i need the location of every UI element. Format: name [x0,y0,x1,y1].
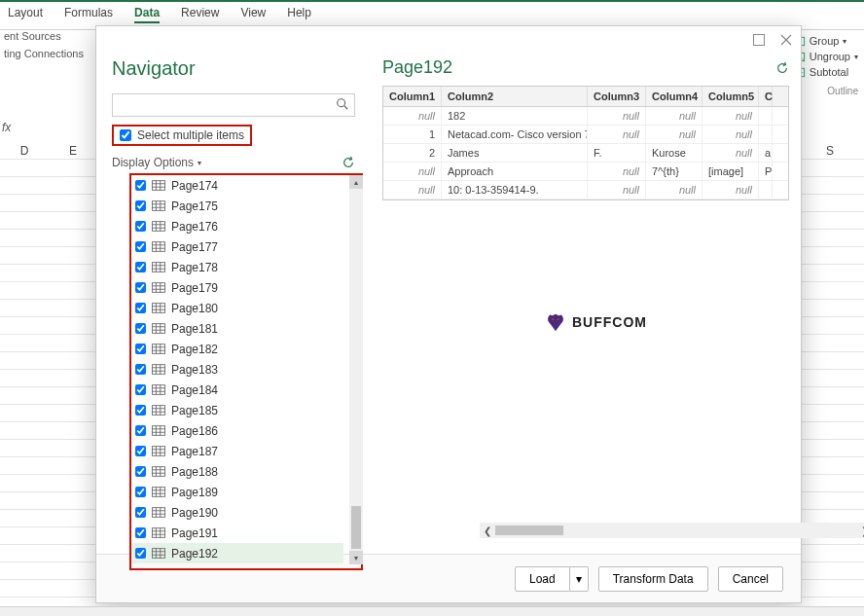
transform-data-button[interactable]: Transform Data [598,566,708,592]
navigator-tree[interactable]: Page174Page175Page176Page177Page178Page1… [131,175,343,564]
svg-rect-35 [152,283,164,293]
navigator-title: Navigator [112,57,369,80]
close-icon[interactable] [779,33,793,47]
svg-rect-20 [152,222,164,232]
search-input[interactable] [112,93,355,117]
svg-rect-5 [754,35,765,46]
maximize-icon[interactable] [752,33,766,47]
navigator-dialog: Navigator Select multiple items Display … [95,25,802,603]
svg-rect-45 [152,324,164,334]
table-row: 1Netacad.com- Cisco version 7nullnullnul… [383,126,788,144]
tree-scrollbar[interactable]: ▴ ▾ [349,175,363,564]
tree-item[interactable]: Page175 [131,196,343,216]
tree-item[interactable]: Page191 [131,523,343,543]
table-icon [152,323,165,334]
load-dropdown[interactable]: ▾ [570,566,589,592]
outline-label: Outline [827,86,858,96]
tab-data[interactable]: Data [134,6,160,23]
svg-rect-70 [152,426,164,436]
svg-rect-95 [152,528,164,538]
preview-refresh-icon[interactable] [775,61,789,75]
table-icon [152,221,165,232]
table-row: nullApproachnull7^{th}[image]P [383,163,788,181]
table-icon [152,405,165,416]
table-icon [152,262,165,272]
table-row: null10: 0-13-359414-9.nullnullnull [383,181,788,199]
table-icon [152,241,165,252]
tree-item[interactable]: Page187 [131,441,343,461]
col-header[interactable]: Column1 [383,87,442,106]
tree-item[interactable]: Page185 [131,400,343,420]
search-icon[interactable] [336,97,349,111]
tree-item[interactable]: Page176 [131,216,343,236]
col-header[interactable]: Column4 [646,87,702,106]
display-options-dropdown[interactable]: Display Options ▾ [112,156,201,169]
svg-rect-60 [152,385,164,395]
table-icon [152,364,165,375]
svg-rect-80 [152,467,164,477]
tree-item[interactable]: Page179 [131,277,343,298]
preview-table: Column1 Column2 Column3 Column4 Column5 … [382,86,789,200]
tree-item[interactable]: Page192 [131,543,343,563]
table-icon [152,180,165,191]
table-icon [152,425,165,436]
tree-item[interactable]: Page190 [131,502,343,523]
svg-point-8 [338,99,345,107]
svg-point-106 [558,318,559,320]
table-icon [152,507,165,518]
tree-item[interactable]: Page183 [131,359,343,380]
svg-rect-40 [152,304,164,313]
table-icon [152,303,165,313]
tab-help[interactable]: Help [287,6,311,23]
col-header[interactable]: Column3 [588,87,646,106]
svg-rect-15 [152,201,164,211]
table-icon [152,200,165,211]
tree-item[interactable]: Page184 [131,380,343,400]
svg-rect-90 [152,508,164,518]
formula-bar-fx[interactable]: fx [2,121,11,134]
tree-item[interactable]: Page181 [131,318,343,339]
svg-rect-75 [152,447,164,456]
svg-rect-100 [152,549,164,559]
col-head-e[interactable]: E [49,144,97,158]
svg-rect-55 [152,365,164,375]
table-icon [152,548,165,559]
tree-item[interactable]: Page174 [131,175,343,196]
tree-item[interactable]: Page188 [131,461,343,482]
table-icon [152,466,165,477]
tree-item[interactable]: Page177 [131,236,343,257]
tree-item[interactable]: Page178 [131,257,343,277]
svg-rect-50 [152,344,164,354]
col-head-d[interactable]: D [0,144,49,158]
col-header[interactable]: Column2 [442,87,588,106]
tab-formulas[interactable]: Formulas [64,6,113,23]
svg-rect-10 [152,181,164,191]
tab-layout[interactable]: Layout [8,6,43,23]
tab-view[interactable]: View [240,6,266,23]
col-header[interactable]: C [759,87,773,106]
refresh-icon[interactable] [342,156,355,169]
col-head-t[interactable]: T [845,144,864,158]
table-icon [152,487,165,497]
svg-point-105 [552,318,554,320]
svg-line-9 [344,106,348,110]
col-header[interactable]: Column5 [702,87,759,106]
table-row: null182nullnullnull [383,107,788,126]
table-icon [152,384,165,395]
tree-item[interactable]: Page189 [131,482,343,502]
table-icon [152,344,165,354]
svg-rect-85 [152,488,164,497]
tree-item[interactable]: Page180 [131,298,343,318]
svg-rect-65 [152,406,164,416]
tab-review[interactable]: Review [181,6,219,23]
ribbon-group-labels: ent Sources ting Connections [0,27,84,62]
table-icon [152,282,165,293]
tree-item[interactable]: Page186 [131,420,343,441]
load-button[interactable]: Load [515,566,570,592]
table-row: 2JamesF.Kurosenulla [383,144,788,163]
cancel-button[interactable]: Cancel [718,566,783,592]
preview-h-scrollbar[interactable]: ❮❯ [480,523,864,538]
select-multiple-checkbox[interactable]: Select multiple items [112,125,252,146]
tree-item[interactable]: Page182 [131,339,343,359]
svg-rect-25 [152,242,164,252]
